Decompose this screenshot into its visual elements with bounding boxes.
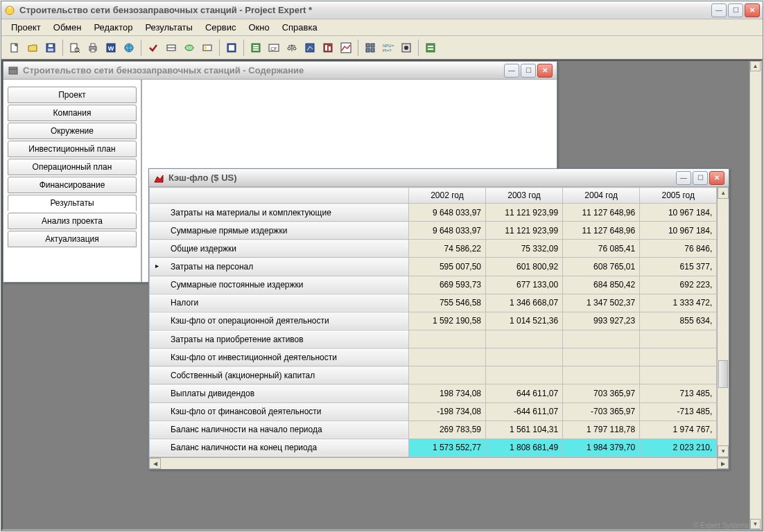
- cell-value[interactable]: 601 800,92: [485, 258, 562, 276]
- table-row[interactable]: Баланс наличности на конец периода1 573 …: [150, 438, 717, 456]
- cell-value[interactable]: 595 007,50: [408, 258, 485, 276]
- cell-value[interactable]: 644 611,07: [485, 384, 562, 402]
- cell-value[interactable]: [563, 330, 640, 348]
- cell-value[interactable]: 615 377,: [640, 258, 717, 276]
- cell-value[interactable]: 1 592 190,58: [408, 312, 485, 330]
- row-label[interactable]: Суммарные прямые издержки: [150, 222, 409, 240]
- sidebar-tab-actualization[interactable]: Актуализация: [8, 231, 137, 247]
- table-hscrollbar[interactable]: ◀ ▶: [149, 457, 729, 469]
- table-row[interactable]: Затраты на персонал595 007,50601 800,926…: [150, 258, 717, 276]
- tool-5-icon[interactable]: [163, 39, 180, 56]
- tool-15-icon[interactable]: [362, 39, 379, 56]
- sidebar-tab-company[interactable]: Компания: [8, 105, 137, 121]
- menu-project[interactable]: Проект: [6, 20, 46, 35]
- cell-value[interactable]: 993 927,23: [563, 312, 640, 330]
- cell-value[interactable]: -713 485,: [640, 402, 717, 420]
- table-row[interactable]: Суммарные постоянные издержки669 593,736…: [150, 276, 717, 294]
- cell-value[interactable]: 1 014 521,36: [485, 312, 562, 330]
- cell-value[interactable]: [408, 330, 485, 348]
- tool-18-icon[interactable]: [422, 39, 439, 56]
- cell-value[interactable]: [640, 348, 717, 366]
- tool-13-icon[interactable]: [320, 39, 336, 56]
- cell-value[interactable]: -644 611,07: [485, 402, 562, 420]
- child-maximize-button[interactable]: ☐: [521, 64, 536, 78]
- table-scroll-up-icon[interactable]: ▲: [718, 187, 729, 199]
- preview-icon[interactable]: [67, 39, 83, 56]
- cashflow-maximize-button[interactable]: ☐: [693, 171, 708, 185]
- cell-value[interactable]: 11 121 923,99: [485, 222, 562, 240]
- table-row[interactable]: Кэш-фло от операционной деятельности1 59…: [150, 312, 717, 330]
- table-row[interactable]: Кэш-фло от инвестиционной деятельности: [150, 348, 717, 366]
- row-label[interactable]: Баланс наличности на конец периода: [150, 438, 409, 456]
- cell-value[interactable]: 703 365,97: [563, 384, 640, 402]
- table-row[interactable]: Общие издержки74 586,2275 332,0976 085,4…: [150, 240, 717, 258]
- cell-value[interactable]: 1 333 472,: [640, 294, 717, 312]
- tool-npv-icon[interactable]: NPU=PI=?: [380, 39, 397, 56]
- cell-value[interactable]: 1 808 681,49: [485, 438, 562, 456]
- cell-value[interactable]: 269 783,59: [408, 420, 485, 438]
- table-row[interactable]: Кэш-фло от финансовой деятельности-198 7…: [150, 402, 717, 420]
- cashflow-titlebar[interactable]: Кэш-фло ($ US) — ☐ ✕: [149, 169, 729, 187]
- cell-value[interactable]: 684 850,42: [563, 276, 640, 294]
- content-window-titlebar[interactable]: Строительство сети бензозаправочных стан…: [3, 62, 557, 80]
- row-label[interactable]: Кэш-фло от инвестиционной деятельности: [150, 348, 409, 366]
- sidebar-tab-project[interactable]: Проект: [8, 87, 137, 103]
- menu-service[interactable]: Сервис: [200, 20, 242, 35]
- cell-value[interactable]: 9 648 033,97: [408, 222, 485, 240]
- cell-value[interactable]: 10 967 184,: [640, 222, 717, 240]
- sidebar-tab-operational[interactable]: Операционный план: [8, 159, 137, 175]
- sidebar-tab-financing[interactable]: Финансирование: [8, 177, 137, 193]
- cashflow-close-button[interactable]: ✕: [709, 171, 724, 185]
- menu-results[interactable]: Результаты: [139, 20, 198, 35]
- table-row[interactable]: Собственный (акционерный) капитал: [150, 366, 717, 384]
- cell-value[interactable]: [640, 330, 717, 348]
- table-row[interactable]: Затраты на приобретение активов: [150, 330, 717, 348]
- cell-value[interactable]: 677 133,00: [485, 276, 562, 294]
- sidebar-tab-environment[interactable]: Окружение: [8, 123, 137, 139]
- table-vscrollbar[interactable]: ▲ ▼: [717, 187, 729, 457]
- sidebar-tab-investment[interactable]: Инвестиционный план: [8, 141, 137, 157]
- cell-value[interactable]: 1 573 552,77: [408, 438, 485, 456]
- menu-editor[interactable]: Редактор: [88, 20, 138, 35]
- cell-value[interactable]: 2 023 210,: [640, 438, 717, 456]
- cell-value[interactable]: -703 365,97: [563, 402, 640, 420]
- table-scroll-left-icon[interactable]: ◀: [149, 458, 161, 469]
- row-label[interactable]: Кэш-фло от финансовой деятельности: [150, 402, 409, 420]
- row-label[interactable]: Затраты на персонал: [150, 258, 409, 276]
- cell-value[interactable]: 10 967 184,: [640, 204, 717, 222]
- cell-value[interactable]: 74 586,22: [408, 240, 485, 258]
- cell-value[interactable]: 11 127 648,96: [563, 222, 640, 240]
- close-button[interactable]: ✕: [745, 3, 760, 17]
- menu-exchange[interactable]: Обмен: [48, 20, 87, 35]
- menu-window[interactable]: Окно: [243, 20, 275, 35]
- cell-value[interactable]: 755 546,58: [408, 294, 485, 312]
- cell-value[interactable]: 1 561 104,31: [485, 420, 562, 438]
- cell-value[interactable]: 11 127 648,96: [563, 204, 640, 222]
- row-label[interactable]: Суммарные постоянные издержки: [150, 276, 409, 294]
- cell-value[interactable]: 855 634,: [640, 312, 717, 330]
- cell-value[interactable]: 1 974 767,: [640, 420, 717, 438]
- tool-cf-icon[interactable]: CF: [266, 39, 282, 56]
- cell-value[interactable]: [640, 366, 717, 384]
- col-2002[interactable]: 2002 год: [408, 188, 485, 204]
- col-2003[interactable]: 2003 год: [485, 188, 562, 204]
- word-icon[interactable]: W: [103, 39, 119, 56]
- main-titlebar[interactable]: Строительство сети бензозаправочных стан…: [1, 1, 763, 19]
- tool-12-icon[interactable]: [302, 39, 318, 56]
- cell-value[interactable]: 713 485,: [640, 384, 717, 402]
- check-icon[interactable]: [145, 39, 162, 56]
- tool-17-icon[interactable]: [398, 39, 415, 56]
- tool-8-icon[interactable]: [223, 39, 240, 56]
- sidebar-tab-results[interactable]: Результаты: [8, 195, 137, 211]
- cell-value[interactable]: [563, 366, 640, 384]
- minimize-button[interactable]: —: [711, 3, 727, 17]
- mdi-vscrollbar[interactable]: ▲ ▼: [749, 61, 761, 529]
- tool-7-icon[interactable]: [199, 39, 216, 56]
- cell-value[interactable]: 76 085,41: [563, 240, 640, 258]
- col-2005[interactable]: 2005 год: [640, 188, 717, 204]
- chart-icon[interactable]: [338, 39, 354, 56]
- row-label[interactable]: Кэш-фло от операционной деятельности: [150, 312, 409, 330]
- open-icon[interactable]: [24, 39, 41, 56]
- sidebar-tab-analysis[interactable]: Анализ проекта: [8, 213, 137, 229]
- cell-value[interactable]: 11 121 923,99: [485, 204, 562, 222]
